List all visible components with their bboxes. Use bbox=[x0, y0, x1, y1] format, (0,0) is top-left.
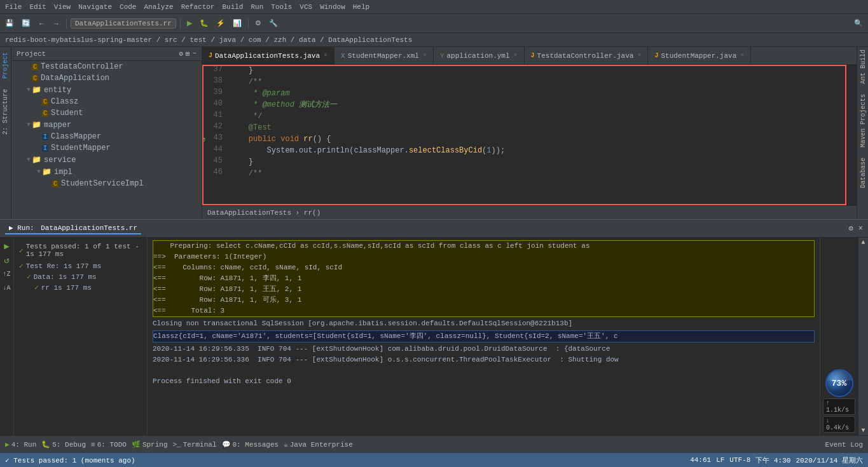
line-separator[interactable]: LF bbox=[716, 456, 724, 464]
run-button[interactable]: ▶ bbox=[184, 18, 195, 29]
tab-close-icon[interactable]: × bbox=[324, 52, 327, 59]
toolbar-sync[interactable]: 🔄 bbox=[19, 18, 33, 29]
tab-studentmapper-java[interactable]: J StudentMapper.java × bbox=[648, 47, 751, 64]
git-button[interactable]: 🔧 bbox=[266, 18, 280, 29]
settings-button[interactable]: ⚙ bbox=[252, 18, 264, 29]
database-tab[interactable]: Database bbox=[857, 155, 868, 191]
run-play-btn[interactable]: ▶ bbox=[1, 240, 13, 252]
profile-button[interactable]: 📊 bbox=[230, 18, 244, 29]
terminal-toolbar-item[interactable]: >_ Terminal bbox=[172, 441, 216, 449]
run-toolbar-item[interactable]: ▶ 4: Run bbox=[5, 440, 36, 449]
output-line-row3: <== Row: A1871, 1, 可乐, 3, 1 bbox=[153, 295, 814, 306]
event-log-item[interactable]: Event Log bbox=[825, 441, 863, 449]
java-icon: J bbox=[209, 52, 212, 59]
run-panel: ▶ Run: DataApplicationTests.rr ⚙ × ▶ ↺ ↑… bbox=[0, 219, 868, 435]
java-enterprise-toolbar-item[interactable]: ☕ Java Enterprise bbox=[284, 440, 353, 449]
tree-item-classz[interactable]: C Classz bbox=[11, 96, 202, 107]
tree-item-testdatacontroller[interactable]: C TestdataController bbox=[11, 61, 202, 72]
messages-label: 0: Messages bbox=[233, 441, 279, 449]
menu-refactor[interactable]: Refactor bbox=[181, 3, 215, 11]
tab-testdatacontroller[interactable]: J TestdataController.java × bbox=[525, 47, 649, 64]
run-rerun-btn[interactable]: ↺ bbox=[1, 254, 13, 266]
run-with-coverage[interactable]: ⚡ bbox=[214, 18, 228, 29]
tab-application-yml[interactable]: Y application.yml × bbox=[434, 47, 525, 64]
toolbar-save[interactable]: 💾 bbox=[3, 18, 17, 29]
menu-build[interactable]: Build bbox=[222, 3, 243, 11]
code-editor[interactable]: 37 } 38 /** 39 * @param bbox=[202, 65, 857, 205]
tree-item-studentmapper[interactable]: I StudentMapper bbox=[11, 142, 202, 154]
ant-build-tab[interactable]: Ant Build bbox=[857, 47, 868, 86]
tab-dataapplicationtests[interactable]: J DataApplicationTests.java × bbox=[202, 47, 334, 64]
tree-item-impl[interactable]: ▼ 📁 impl bbox=[11, 166, 202, 178]
run-tree-item-0[interactable]: ✓ Test Re: 1s 177 ms bbox=[14, 261, 147, 271]
tree-item-classmapper[interactable]: I ClassMapper bbox=[11, 131, 202, 142]
code-table: 37 } 38 /** 39 * @param bbox=[202, 65, 857, 179]
output-line-info2: 2020-11-14 16:29:56.336 INFO 704 --- [ex… bbox=[153, 355, 815, 365]
label: StudentMapper bbox=[51, 144, 111, 152]
scroll-up-icon[interactable]: ▲ bbox=[861, 239, 865, 246]
debug-icon: 🐛 bbox=[41, 440, 50, 449]
run-sort-asc-btn[interactable]: ↑Z bbox=[1, 268, 13, 280]
line-37: 37 } bbox=[202, 65, 857, 76]
line-38: 38 /** bbox=[202, 76, 857, 88]
sidebar-minimize-icon[interactable]: − bbox=[192, 50, 196, 58]
menu-window[interactable]: Window bbox=[320, 3, 345, 11]
menu-run[interactable]: Run bbox=[251, 3, 263, 11]
class-icon-dataapplication: C bbox=[32, 75, 38, 82]
tree-item-dataapplication[interactable]: C DataApplication bbox=[11, 72, 202, 84]
tree-item-mapper[interactable]: ▼ 📁 mapper bbox=[11, 119, 202, 131]
run-config-label[interactable]: DataApplicationTests.rr bbox=[71, 18, 176, 29]
tree-item-entity[interactable]: ▼ 📁 entity bbox=[11, 84, 202, 96]
debug-toolbar-item[interactable]: 🐛 5: Debug bbox=[41, 440, 86, 449]
line-40: 40 * @method 测试方法一 bbox=[202, 99, 857, 111]
tree-item-studentserviceimpl[interactable]: C StudentServiceImpl bbox=[11, 178, 202, 189]
breadcrumb-text: redis-boot-mybatislus-spring-master / sr… bbox=[5, 36, 412, 44]
menu-navigate[interactable]: Navigate bbox=[78, 3, 112, 11]
scroll-down-icon[interactable]: ▼ bbox=[861, 427, 865, 434]
interface-icon-studentmapper: I bbox=[42, 145, 48, 152]
spring-toolbar-item[interactable]: 🌿 Spring bbox=[132, 440, 168, 449]
debug-button[interactable]: 🐛 bbox=[197, 18, 211, 29]
run-settings-icon[interactable]: ⚙ bbox=[849, 224, 853, 233]
tab-close-icon[interactable]: × bbox=[423, 52, 427, 59]
menu-help[interactable]: Help bbox=[353, 3, 369, 11]
run-tree-item-2[interactable]: ✓ rr 1s 177 ms bbox=[14, 282, 147, 293]
run-tab-label[interactable]: ▶ Run: DataApplicationTests.rr bbox=[5, 222, 141, 234]
folder-icon-mapper: 📁 bbox=[32, 120, 41, 130]
menu-tools[interactable]: Tools bbox=[271, 3, 292, 11]
menu-code[interactable]: Code bbox=[120, 3, 136, 11]
toolbar-back[interactable]: ← bbox=[36, 18, 48, 29]
tree-item-student[interactable]: C Student bbox=[11, 107, 202, 119]
run-label: 4: Run bbox=[11, 441, 37, 449]
tab-close-icon[interactable]: × bbox=[740, 52, 744, 59]
menu-vcs[interactable]: VCS bbox=[300, 3, 312, 11]
sidebar-gear-icon[interactable]: ⚙ bbox=[179, 50, 183, 58]
tab-studentmapper-xml[interactable]: X StudentMapper.xml × bbox=[334, 47, 434, 64]
encoding[interactable]: UTF-8 bbox=[729, 456, 750, 464]
output-line-params: ==> Parameters: 1(Integer) bbox=[153, 252, 814, 262]
run-output[interactable]: Preparing: select c.cName,cCId as ccId,s… bbox=[148, 238, 820, 435]
run-sort-desc-btn[interactable]: ↓A bbox=[1, 282, 13, 294]
menu-file[interactable]: File bbox=[5, 3, 22, 11]
tree-item-service[interactable]: ▼ 📁 service bbox=[11, 154, 202, 166]
todo-label: 6: TODO bbox=[97, 441, 127, 449]
project-tab[interactable]: Project bbox=[1, 50, 10, 81]
maven-projects-tab[interactable]: Maven Projects bbox=[857, 91, 868, 150]
tab-bar: J DataApplicationTests.java × X StudentM… bbox=[202, 47, 857, 65]
menu-analyze[interactable]: Analyze bbox=[144, 3, 173, 11]
tab-close-icon[interactable]: × bbox=[514, 52, 518, 59]
sidebar-expand-icon[interactable]: ⊞ bbox=[186, 50, 190, 58]
messages-toolbar-item[interactable]: 💬 0: Messages bbox=[222, 440, 279, 449]
arrow-mapper: ▼ bbox=[27, 121, 31, 128]
search-everywhere[interactable]: 🔍 bbox=[851, 18, 865, 29]
menu-edit[interactable]: Edit bbox=[29, 3, 46, 11]
run-close-icon[interactable]: × bbox=[858, 224, 863, 233]
run-test-tree: ✓ Tests passed: 1 of 1 test - 1s 177 ms … bbox=[14, 238, 148, 435]
tab-close-icon[interactable]: × bbox=[637, 52, 641, 59]
structure-tab[interactable]: 2: Structure bbox=[1, 86, 10, 137]
run-tree-item-1[interactable]: ✓ Data: 1s 177 ms bbox=[14, 271, 147, 282]
menu-view[interactable]: View bbox=[54, 3, 71, 11]
todo-toolbar-item[interactable]: ≡ 6: TODO bbox=[91, 441, 127, 449]
class-icon-student: C bbox=[42, 110, 48, 117]
toolbar-forward[interactable]: → bbox=[50, 18, 62, 29]
